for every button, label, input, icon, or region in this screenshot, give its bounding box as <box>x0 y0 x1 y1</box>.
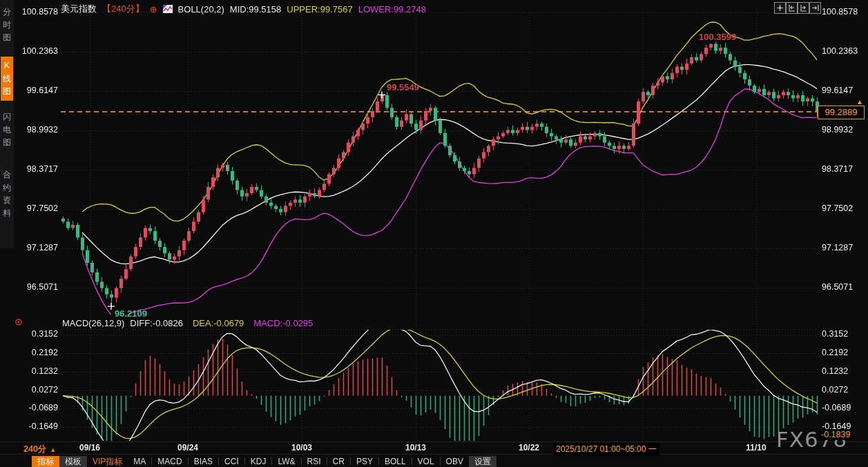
chart-header: 美元指数 【240分】 ⊕ BOLL(20,2) MID:99.5158 UPP… <box>61 3 426 15</box>
last-price-box: 99.2889 <box>818 106 865 119</box>
axis-separator <box>0 441 868 442</box>
toolbar-button-vip指标[interactable]: VIP指标 <box>87 456 128 467</box>
macd-axis-label-right: 0.3152 <box>822 329 848 339</box>
macd-axis-label-left: 0.1232 <box>18 366 58 376</box>
macd-header: MACD(26,12,9) DIFF:-0.0826 DEA:-0.0679 M… <box>62 318 313 328</box>
price-axis-label-right: 97.1287 <box>822 243 853 252</box>
boll-mid-value: MID:99.5158 <box>230 4 281 14</box>
date-axis-label: 09/24 <box>167 443 209 453</box>
date-axis-label: 10/13 <box>395 443 436 453</box>
date-axis-label: 09/16 <box>69 443 110 453</box>
toolbar-button-kdj[interactable]: KDJ <box>245 456 272 467</box>
target-icon <box>14 317 23 327</box>
annotation-swing-high: 99.5549 <box>387 82 419 92</box>
sidebar-tab-time-share[interactable]: 分 时 图 <box>1 3 13 47</box>
pan-icon[interactable] <box>774 2 786 14</box>
toolbar-button-ma[interactable]: MA <box>128 456 151 467</box>
sidebar-tab-contract-info[interactable]: 合 约 资 料 <box>1 166 13 222</box>
annotation-low: 96.2109 <box>115 308 147 319</box>
price-axis-label-right: 98.3717 <box>822 164 853 174</box>
toolbar-button-rsi[interactable]: RSI <box>302 456 327 467</box>
price-axis-label-left: 97.1287 <box>18 243 58 252</box>
kline-mini-icon <box>163 5 173 13</box>
macd-axis-label-right: 0.0272 <box>822 385 848 395</box>
toolbar-button-模板[interactable]: 模板 <box>59 456 87 467</box>
date-axis-label: 10/03 <box>281 443 322 453</box>
toolbar-button-vol[interactable]: VOL <box>412 456 440 467</box>
indicator-toolbar: 指标模板VIP指标MAMACDBIASCCIKDJLW&RSICRPSYBOLL… <box>32 455 496 467</box>
boll-upper-value: UPPER:99.7567 <box>287 4 352 14</box>
toolbar-button-psy[interactable]: PSY <box>351 456 378 467</box>
period-up-icon: ▲ <box>50 446 56 453</box>
compress-right-icon[interactable] <box>798 2 809 14</box>
macd-label[interactable]: MACD(26,12,9) <box>62 318 124 328</box>
period-footer-label: 240分 <box>23 444 46 455</box>
shift-right-icon[interactable] <box>809 2 821 14</box>
macd-dea-value: DEA:-0.0679 <box>193 318 244 328</box>
price-axis-label-left: 100.8578 <box>18 7 58 17</box>
symbol-title: 美元指数 <box>61 3 97 15</box>
boll-lower-value: LOWER:99.2748 <box>358 4 426 14</box>
date-axis-label: 10/22 <box>508 443 550 453</box>
sidebar-tab-flash[interactable]: 闪 电 图 <box>1 108 13 152</box>
indicator-circle-icon[interactable]: ⊕ <box>150 4 157 14</box>
price-axis-label-left: 97.7502 <box>18 203 58 213</box>
selected-range-label: 2025/10/27 01:00~05:00 一 <box>553 443 659 456</box>
macd-axis-label-left: 0.0272 <box>18 385 58 395</box>
toolbar-button-boll[interactable]: BOLL <box>379 456 412 467</box>
period-footer[interactable]: 240分 ▲ <box>23 444 56 455</box>
price-axis-label-left: 98.9932 <box>18 125 58 135</box>
sidebar: 分 时 图K 线 图闪 电 图合 约 资 料 <box>0 0 14 248</box>
sidebar-tab-kline[interactable]: K 线 图 <box>1 57 13 101</box>
boll-label[interactable]: BOLL(20,2) <box>178 4 224 14</box>
macd-axis-label-left: -0.0689 <box>18 403 58 413</box>
price-axis-label-right: 97.7502 <box>822 203 853 213</box>
toolbar-button-macd[interactable]: MACD <box>152 456 187 467</box>
price-axis-label-left: 100.2363 <box>18 46 58 56</box>
trading-app-window: 分 时 图K 线 图闪 电 图合 约 资 料 美元指数 【240分】 ⊕ BOL… <box>0 0 868 467</box>
price-axis-label-right: 100.8578 <box>822 7 858 17</box>
macd-axis-label-right: -0.0689 <box>822 403 851 413</box>
price-axis-label-right: 96.5071 <box>822 282 853 292</box>
date-axis-label: 11/10 <box>735 443 777 453</box>
toolbar-separator <box>0 454 868 455</box>
annotation-high: 100.3599 <box>699 32 736 42</box>
macd-bottom-value: -0.1839 <box>819 429 852 440</box>
price-axis-label-left: 98.3717 <box>18 164 58 174</box>
chart-canvas[interactable] <box>0 0 868 467</box>
price-axis-label-right: 99.6147 <box>822 86 853 95</box>
price-axis-label-left: 99.6147 <box>18 86 58 95</box>
toolbar-button-bias[interactable]: BIAS <box>189 456 218 467</box>
macd-axis-label-left: 0.2192 <box>18 348 58 357</box>
compress-left-icon[interactable] <box>786 2 798 14</box>
price-axis-label-left: 96.5071 <box>18 282 58 292</box>
macd-axis-label-left: -0.1649 <box>18 421 58 431</box>
macd-diff-value: DIFF:-0.0826 <box>130 318 183 328</box>
toolbar-button-cr[interactable]: CR <box>327 456 350 467</box>
toolbar-button-指标[interactable]: 指标 <box>32 456 59 467</box>
macd-bar-value: MACD:-0.0295 <box>253 318 313 328</box>
price-axis-label-right: 100.2363 <box>822 46 858 56</box>
macd-axis-label-right: 0.2192 <box>822 348 848 357</box>
toolbar-button-lw&[interactable]: LW& <box>272 456 300 467</box>
toolbar-button-obv[interactable]: OBV <box>441 456 469 467</box>
toolbar-button-设置[interactable]: 设置 <box>469 456 496 467</box>
toolbar-button-cci[interactable]: CCI <box>219 456 244 467</box>
period-tag[interactable]: 【240分】 <box>102 3 144 15</box>
price-arrow-icon: ▲ <box>856 98 863 106</box>
macd-axis-label-right: 0.1232 <box>822 366 848 376</box>
macd-axis-label-left: 0.3152 <box>18 329 58 339</box>
price-axis-label-right: 98.9932 <box>822 125 853 135</box>
